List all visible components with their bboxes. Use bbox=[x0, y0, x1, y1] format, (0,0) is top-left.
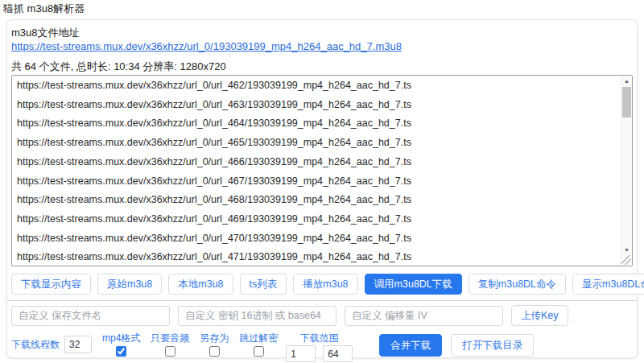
upload-key-button[interactable]: 上传Key bbox=[511, 305, 568, 326]
threads-group: 下载线程数 bbox=[11, 336, 92, 353]
ts-list-button[interactable]: ts列表 bbox=[240, 274, 287, 295]
local-m3u8-button[interactable]: 本地m3u8 bbox=[168, 274, 233, 295]
skip-decrypt-option: 跳过解密 bbox=[239, 332, 278, 357]
ts-list-textarea[interactable]: https://test-streams.mux.dev/x36xhzz/url… bbox=[11, 75, 633, 266]
range-inputs bbox=[286, 345, 353, 362]
save-as-option: 另存为 bbox=[200, 332, 229, 357]
key-input[interactable] bbox=[178, 306, 336, 326]
skip-decrypt-checkbox[interactable] bbox=[254, 346, 264, 357]
ts-list-container: https://test-streams.mux.dev/x36xhzz/url… bbox=[11, 75, 633, 266]
download-range-label: 下载范围 bbox=[300, 332, 339, 344]
original-m3u8-button[interactable]: 原始m3u8 bbox=[97, 274, 162, 295]
m3u8-address-label: m3u8文件地址 bbox=[11, 27, 633, 39]
threads-label: 下载线程数 bbox=[11, 339, 60, 350]
iv-input[interactable] bbox=[345, 306, 503, 326]
merge-download-button[interactable]: 合并下载 bbox=[379, 334, 442, 357]
scroll-up-icon[interactable]: ▲ bbox=[621, 76, 632, 86]
range-start-input[interactable] bbox=[286, 345, 316, 362]
range-end-input[interactable] bbox=[323, 345, 353, 362]
page-title: 猫抓 m3u8解析器 bbox=[0, 0, 644, 15]
invoke-m3u8dl-download-button[interactable]: 调用m3u8DL下载 bbox=[365, 274, 462, 295]
m3u8-parser-panel: m3u8文件地址 https://test-streams.mux.dev/x3… bbox=[6, 19, 638, 358]
show-m3u8dl-command-button[interactable]: 显示m3u8DL命令 bbox=[572, 274, 644, 295]
threads-input[interactable] bbox=[64, 336, 92, 353]
download-options-row: 下载线程数 mp4格式 只要音频 另存为 跳过解密 下载范围 bbox=[11, 332, 633, 362]
m3u8-source-link[interactable]: https://test-streams.mux.dev/x36xhzz/url… bbox=[11, 40, 402, 53]
bottom-buttons: 合并下载 打开下载目录 bbox=[379, 334, 534, 357]
mp4-format-label: mp4格式 bbox=[102, 332, 140, 344]
download-displayed-button[interactable]: 下载显示内容 bbox=[11, 274, 91, 295]
mp4-format-checkbox[interactable] bbox=[116, 346, 126, 357]
play-m3u8-button[interactable]: 播放m3u8 bbox=[293, 274, 357, 295]
action-button-row: 下载显示内容 原始m3u8 本地m3u8 ts列表 播放m3u8 调用m3u8D… bbox=[11, 274, 633, 295]
file-stats-text: 共 64 个文件, 总时长: 10:34 分辨率: 1280x720 bbox=[11, 60, 633, 72]
skip-decrypt-label: 跳过解密 bbox=[239, 332, 278, 344]
audio-only-checkbox[interactable] bbox=[165, 346, 175, 357]
download-range-group: 下载范围 bbox=[286, 332, 353, 362]
audio-only-label: 只要音频 bbox=[151, 332, 189, 344]
audio-only-option: 只要音频 bbox=[151, 332, 189, 357]
save-as-checkbox[interactable] bbox=[209, 346, 220, 357]
filename-input[interactable] bbox=[11, 306, 170, 326]
resize-handle-icon[interactable] bbox=[621, 255, 631, 265]
save-as-label: 另存为 bbox=[200, 332, 229, 344]
custom-inputs-row: 上传Key bbox=[11, 305, 633, 326]
divider bbox=[7, 300, 637, 301]
mp4-format-option: mp4格式 bbox=[102, 332, 140, 357]
open-download-folder-button[interactable]: 打开下载目录 bbox=[451, 334, 534, 357]
scrollbar-thumb[interactable] bbox=[622, 87, 631, 118]
textarea-scrollbar[interactable]: ▲ ▼ bbox=[621, 76, 632, 266]
scroll-down-icon[interactable]: ▼ bbox=[621, 245, 632, 255]
copy-m3u8dl-command-button[interactable]: 复制m3u8DL命令 bbox=[469, 274, 566, 295]
